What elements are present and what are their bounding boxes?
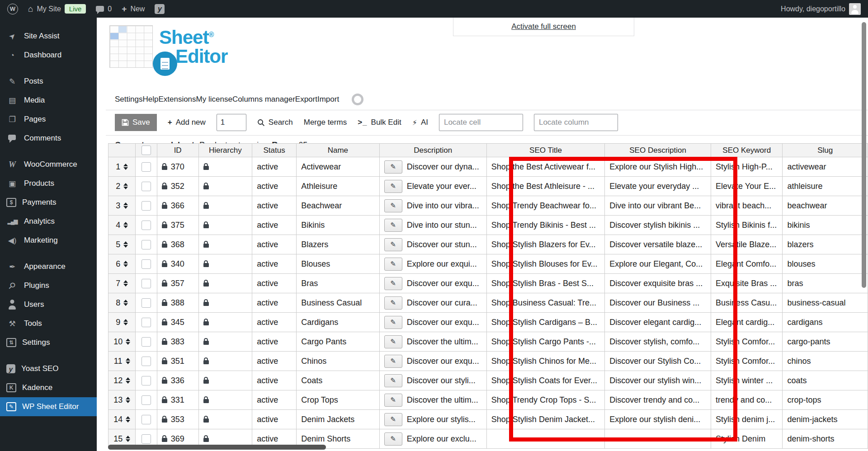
select-all-checkbox[interactable] xyxy=(142,146,151,155)
sidebar-item-posts[interactable]: ✎ Posts xyxy=(0,72,97,91)
col-header-id[interactable]: ID xyxy=(157,144,198,157)
edit-description-button[interactable]: ✎ xyxy=(384,394,402,407)
cell-seo-description[interactable]: Discover our stylish win... xyxy=(605,371,711,390)
cell-row-number[interactable]: 1 xyxy=(108,157,136,177)
cell-seo-keyword[interactable]: Elevate Your E... xyxy=(711,177,783,196)
row-sort-handle-icon[interactable] xyxy=(123,164,128,170)
edit-description-button[interactable]: ✎ xyxy=(384,316,402,329)
cell-seo-description[interactable]: Discover elegant cardig... xyxy=(605,313,711,332)
sidebar-item-media[interactable]: ▤ Media xyxy=(0,91,97,110)
row-checkbox[interactable] xyxy=(142,395,151,405)
sidebar-item-appearance[interactable]: ✒ Appearance xyxy=(0,257,97,276)
edit-description-button[interactable]: ✎ xyxy=(384,335,402,348)
cell-description[interactable]: ✎ Explore our stylis... xyxy=(379,410,486,429)
cell-status[interactable]: active xyxy=(252,352,297,371)
row-checkbox[interactable] xyxy=(142,201,151,211)
cell-status[interactable]: active xyxy=(252,293,297,313)
cell-status[interactable]: active xyxy=(252,216,297,235)
col-header-status[interactable]: Status xyxy=(252,144,297,157)
cell-row-number[interactable]: 7 xyxy=(108,274,136,293)
cell-description[interactable]: ✎ Discover our exqu... xyxy=(379,313,486,332)
sidebar-item-comments[interactable]: Comments xyxy=(0,129,97,148)
cell-hierarchy[interactable] xyxy=(198,410,252,429)
cell-hierarchy[interactable] xyxy=(198,177,252,196)
cell-seo-keyword[interactable]: Stylish Comfor... xyxy=(711,352,783,371)
cell-slug[interactable]: coats xyxy=(783,371,868,390)
edit-description-button[interactable]: ✎ xyxy=(384,238,402,251)
cell-seo-title[interactable]: Shop Stylish Cargo Pants -... xyxy=(486,332,604,352)
cell-slug[interactable]: activewear xyxy=(783,157,868,177)
cell-row-number[interactable]: 2 xyxy=(108,177,136,196)
col-header-description[interactable]: Description xyxy=(379,144,486,157)
cell-hierarchy[interactable] xyxy=(198,352,252,371)
menu-item-extensions[interactable]: Extensions xyxy=(158,95,196,103)
cell-name[interactable]: Crop Tops xyxy=(297,390,380,410)
cell-seo-title[interactable]: Shop the Best Athleisure - ... xyxy=(486,177,604,196)
cell-name[interactable]: Chinos xyxy=(297,352,380,371)
cell-slug[interactable]: chinos xyxy=(783,352,868,371)
merge-terms-button[interactable]: Merge terms xyxy=(304,118,347,127)
cell-hierarchy[interactable] xyxy=(198,196,252,216)
sidebar-item-tools[interactable]: ⚒ Tools xyxy=(0,314,97,333)
cell-name[interactable]: Coats xyxy=(297,371,380,390)
menu-item-help[interactable]: Help xyxy=(142,95,158,103)
cell-seo-title[interactable]: Shop the Best Activewear f... xyxy=(486,157,604,177)
sidebar-item-woocommerce[interactable]: W WooCommerce xyxy=(0,155,97,174)
cell-seo-title[interactable]: Shop Stylish Cardigans – B... xyxy=(486,313,604,332)
cell-hierarchy[interactable] xyxy=(198,371,252,390)
cell-status[interactable]: active xyxy=(252,235,297,254)
comments-admin-link[interactable]: 0 xyxy=(96,5,112,13)
row-sort-handle-icon[interactable] xyxy=(123,202,128,209)
cell-name[interactable]: Activewear xyxy=(297,157,380,177)
cell-row-number[interactable]: 5 xyxy=(108,235,136,254)
cell-seo-description[interactable]: Discover our Business ... xyxy=(605,293,711,313)
cell-id[interactable]: 370 xyxy=(157,157,198,177)
cell-description[interactable]: ✎ Discover our exqu... xyxy=(379,274,486,293)
row-sort-handle-icon[interactable] xyxy=(123,241,128,248)
bulk-edit-button[interactable]: >_ Bulk Edit xyxy=(358,118,401,127)
cell-status[interactable]: active xyxy=(252,274,297,293)
cell-description[interactable]: ✎ Discover our stun... xyxy=(379,235,486,254)
cell-slug[interactable]: business-casual xyxy=(783,293,868,313)
row-sort-handle-icon[interactable] xyxy=(126,436,130,442)
edit-description-button[interactable]: ✎ xyxy=(384,258,402,271)
cell-seo-title[interactable] xyxy=(486,429,604,449)
edit-description-button[interactable]: ✎ xyxy=(384,199,402,212)
edit-description-button[interactable]: ✎ xyxy=(384,413,402,426)
ai-button[interactable]: ⚡ AI xyxy=(412,118,428,127)
cell-slug[interactable]: cardigans xyxy=(783,313,868,332)
cell-id[interactable]: 368 xyxy=(157,235,198,254)
cell-seo-keyword[interactable]: Stylish High-P... xyxy=(711,157,783,177)
menu-item-my-license[interactable]: My license xyxy=(196,95,232,103)
row-checkbox[interactable] xyxy=(142,162,151,172)
cell-seo-description[interactable]: Discover trendy and co... xyxy=(605,390,711,410)
cell-seo-keyword[interactable]: Versatile Blaze... xyxy=(711,235,783,254)
yoast-admin-button[interactable]: y xyxy=(155,4,165,14)
col-header-hierarchy[interactable]: Hierarchy xyxy=(198,144,252,157)
cell-name[interactable]: Business Casual xyxy=(297,293,380,313)
cell-row-number[interactable]: 8 xyxy=(108,293,136,313)
col-header-seo-description[interactable]: SEO Description xyxy=(605,144,711,157)
sidebar-item-dashboard[interactable]: ◔ Dashboard xyxy=(0,46,97,65)
cell-seo-description[interactable]: Dive into our vibrant Be... xyxy=(605,196,711,216)
cell-description[interactable]: ✎ Discover the ultim... xyxy=(379,332,486,352)
add-new-count-input[interactable] xyxy=(217,114,246,131)
cell-status[interactable]: active xyxy=(252,410,297,429)
cell-name[interactable]: Bikinis xyxy=(297,216,380,235)
cell-seo-description[interactable]: Explore our Stylish High... xyxy=(605,157,711,177)
cell-status[interactable]: active xyxy=(252,371,297,390)
row-sort-handle-icon[interactable] xyxy=(126,377,130,384)
cell-seo-description[interactable]: Discover stylish, comfo... xyxy=(605,332,711,352)
row-checkbox[interactable] xyxy=(142,357,151,366)
cell-seo-description[interactable]: Discover our Stylish Co... xyxy=(605,352,711,371)
menu-item-import[interactable]: Import xyxy=(317,95,339,103)
row-checkbox[interactable] xyxy=(142,221,151,230)
cell-hierarchy[interactable] xyxy=(198,332,252,352)
cell-description[interactable]: ✎ Discover our cura... xyxy=(379,293,486,313)
cell-slug[interactable]: crop-tops xyxy=(783,390,868,410)
cell-name[interactable]: Denim Jackets xyxy=(297,410,380,429)
row-sort-handle-icon[interactable] xyxy=(126,338,130,345)
row-checkbox[interactable] xyxy=(142,337,151,347)
sidebar-item-payments[interactable]: $ Payments xyxy=(0,193,97,212)
row-checkbox[interactable] xyxy=(142,182,151,191)
